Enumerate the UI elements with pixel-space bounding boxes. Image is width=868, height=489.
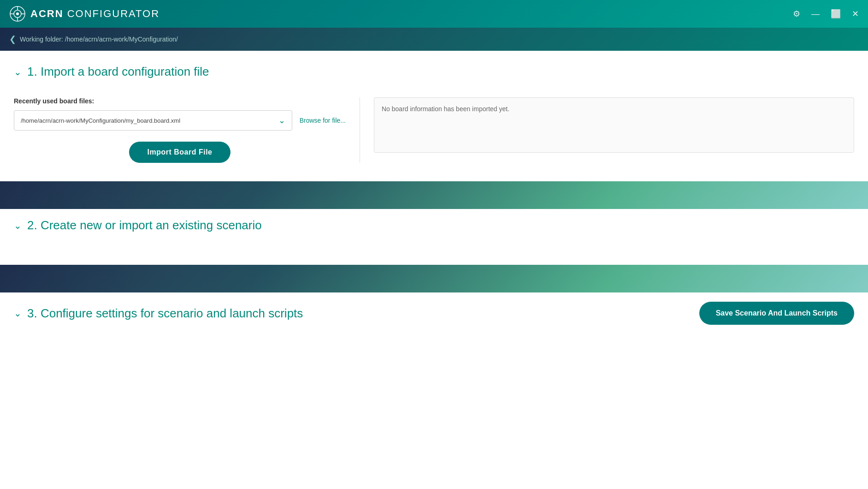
recently-used-label: Recently used board files: [14,97,346,105]
import-board-file-button[interactable]: Import Board File [129,142,231,163]
breadcrumb: Working folder: /home/acrn/acrn-work/MyC… [20,36,178,43]
section-3-title: 3. Configure settings for scenario and l… [27,306,303,321]
divider-2-3 [0,265,868,292]
save-scenario-button[interactable]: Save Scenario And Launch Scripts [699,302,854,325]
svg-point-2 [16,12,19,15]
section-1: ⌄ 1. Import a board configuration file R… [0,51,868,181]
section-1-left: Recently used board files: /home/acrn/ac… [14,97,346,163]
section-2: ⌄ 2. Create new or import an existing sc… [0,209,868,265]
board-info-text: No board information has been imported y… [382,105,509,113]
acrn-logo-icon [9,6,26,22]
board-info-box: No board information has been imported y… [374,97,854,153]
minimize-button[interactable]: — [809,8,821,20]
section-3-header: ⌄ 3. Configure settings for scenario and… [14,306,303,321]
file-select-row: /home/acrn/acrn-work/MyConfiguration/my_… [14,110,346,131]
app-title: ACRN CONFIGURATOR [30,8,159,20]
back-icon[interactable]: ❮ [9,34,16,44]
chevron-down-icon: ⌄ [278,115,285,125]
section-1-header: ⌄ 1. Import a board configuration file [14,65,854,79]
import-btn-row: Import Board File [14,142,346,163]
window-controls: ⚙ — ⬜ ✕ [791,8,861,20]
section-2-header: ⌄ 2. Create new or import an existing sc… [14,218,854,233]
section-1-content: Recently used board files: /home/acrn/ac… [14,93,854,163]
browse-link[interactable]: Browse for file... [300,117,346,124]
breadcrumb-bar: ❮ Working folder: /home/acrn/acrn-work/M… [0,28,868,51]
maximize-button[interactable]: ⬜ [829,8,843,20]
section-1-chevron[interactable]: ⌄ [14,66,22,78]
divider-1-2 [0,181,868,209]
main-content: ⌄ 1. Import a board configuration file R… [0,51,868,489]
settings-button[interactable]: ⚙ [791,8,802,20]
close-button[interactable]: ✕ [850,8,861,20]
section-3-chevron[interactable]: ⌄ [14,308,22,319]
section-vertical-divider [360,97,360,163]
app-logo: ACRN CONFIGURATOR [9,6,159,22]
section-1-title: 1. Import a board configuration file [27,65,209,79]
section-3: ⌄ 3. Configure settings for scenario and… [0,292,868,334]
section-1-right: No board information has been imported y… [374,97,854,163]
titlebar: ACRN CONFIGURATOR ⚙ — ⬜ ✕ [0,0,868,28]
section-2-chevron[interactable]: ⌄ [14,220,22,231]
file-dropdown-text: /home/acrn/acrn-work/MyConfiguration/my_… [21,117,180,124]
section-2-title: 2. Create new or import an existing scen… [27,218,262,233]
file-dropdown[interactable]: /home/acrn/acrn-work/MyConfiguration/my_… [14,110,292,131]
